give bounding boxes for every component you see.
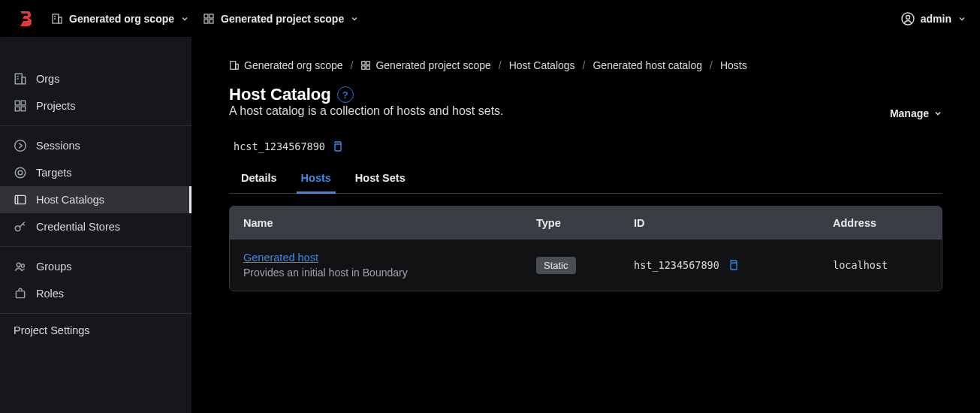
sidebar-item-groups[interactable]: Groups xyxy=(0,253,191,280)
sidebar-item-host-catalogs[interactable]: Host Catalogs xyxy=(0,186,191,213)
chevron-down-icon xyxy=(933,109,942,118)
org-icon xyxy=(229,60,240,71)
svg-rect-27 xyxy=(231,62,236,70)
catalog-id: hcst_1234567890 xyxy=(234,140,325,152)
svg-point-19 xyxy=(15,167,26,178)
sidebar-item-label: Projects xyxy=(36,100,75,112)
svg-rect-32 xyxy=(366,66,369,69)
org-icon xyxy=(14,72,27,86)
sidebar-item-label: Targets xyxy=(36,167,72,179)
svg-rect-14 xyxy=(15,101,20,105)
sidebar-item-targets[interactable]: Targets xyxy=(0,159,191,186)
svg-rect-31 xyxy=(362,66,365,69)
hosts-table: Name Type ID Address Generated host Prov… xyxy=(229,206,942,291)
project-settings-label: Project Settings xyxy=(14,324,90,336)
th-id: ID xyxy=(634,217,833,229)
host-address: localhost xyxy=(833,259,942,271)
project-scope-selector[interactable]: Generated project scope xyxy=(203,13,359,25)
breadcrumb: Generated org scope / Generated project … xyxy=(229,59,942,71)
svg-rect-16 xyxy=(15,107,20,111)
sidebar-item-projects[interactable]: Projects xyxy=(0,92,191,119)
svg-rect-30 xyxy=(366,62,369,65)
main-content: Generated org scope / Generated project … xyxy=(191,37,980,413)
th-type: Type xyxy=(536,217,634,229)
user-menu[interactable]: admin xyxy=(901,12,966,26)
org-scope-label: Generated org scope xyxy=(69,13,174,25)
chevron-down-icon xyxy=(957,14,966,23)
sidebar-item-credential-stores[interactable]: Credential Stores xyxy=(0,213,191,240)
svg-rect-21 xyxy=(15,195,26,203)
help-icon[interactable]: ? xyxy=(337,86,354,103)
chevron-down-icon xyxy=(180,14,189,23)
copy-icon[interactable] xyxy=(331,140,343,152)
breadcrumb-host-catalog[interactable]: Generated host catalog xyxy=(593,59,702,71)
breadcrumb-org[interactable]: Generated org scope xyxy=(229,59,343,71)
page-description: A host catalog is a collection of hosts … xyxy=(229,104,504,118)
manage-label: Manage xyxy=(890,107,929,119)
page-title: Host Catalog xyxy=(229,85,331,104)
groups-icon xyxy=(14,260,27,273)
topbar: Generated org scope Generated project sc… xyxy=(0,0,980,37)
project-icon xyxy=(360,60,371,71)
manage-button[interactable]: Manage xyxy=(890,107,942,119)
sidebar: Orgs Projects Sessions Targets xyxy=(0,37,191,413)
sidebar-item-label: Groups xyxy=(36,261,72,273)
sidebar-item-label: Host Catalogs xyxy=(36,194,104,206)
svg-rect-1 xyxy=(59,17,62,23)
sidebar-project-settings[interactable]: Project Settings xyxy=(0,314,191,347)
host-id: hst_1234567890 xyxy=(634,259,719,271)
svg-point-25 xyxy=(21,264,24,267)
catalog-id-row: hcst_1234567890 xyxy=(229,140,942,152)
table-header: Name Type ID Address xyxy=(230,206,942,240)
svg-rect-15 xyxy=(21,101,26,105)
app-logo[interactable] xyxy=(14,7,38,31)
sidebar-item-roles[interactable]: Roles xyxy=(0,280,191,307)
org-icon xyxy=(51,13,63,25)
th-address: Address xyxy=(833,217,942,229)
org-scope-selector[interactable]: Generated org scope xyxy=(51,13,189,25)
user-label: admin xyxy=(921,13,951,25)
project-icon xyxy=(203,13,215,25)
key-icon xyxy=(14,220,27,234)
table-row: Generated host Provides an initial host … xyxy=(230,240,942,291)
sidebar-item-orgs[interactable]: Orgs xyxy=(0,65,191,92)
project-icon xyxy=(14,99,27,113)
svg-rect-28 xyxy=(236,64,239,69)
svg-rect-11 xyxy=(22,77,26,84)
type-badge: Static xyxy=(536,257,576,274)
sidebar-item-sessions[interactable]: Sessions xyxy=(0,132,191,159)
svg-rect-7 xyxy=(210,20,213,23)
chevron-down-icon xyxy=(350,14,359,23)
tab-details[interactable]: Details xyxy=(240,166,279,193)
user-avatar-icon xyxy=(901,12,915,26)
sidebar-item-label: Roles xyxy=(36,288,64,300)
host-catalogs-icon xyxy=(14,193,27,206)
targets-icon xyxy=(14,166,27,179)
svg-rect-4 xyxy=(204,14,208,18)
sidebar-item-label: Sessions xyxy=(36,140,80,152)
roles-icon xyxy=(14,287,27,300)
breadcrumb-host-catalogs[interactable]: Host Catalogs xyxy=(509,59,575,71)
tab-host-sets[interactable]: Host Sets xyxy=(354,166,407,193)
svg-point-23 xyxy=(15,226,20,231)
host-name-link[interactable]: Generated host xyxy=(243,252,536,264)
svg-rect-29 xyxy=(362,62,365,65)
svg-rect-17 xyxy=(21,107,26,111)
svg-point-20 xyxy=(18,170,23,175)
breadcrumb-hosts[interactable]: Hosts xyxy=(720,59,747,71)
svg-point-24 xyxy=(17,263,20,267)
host-description: Provides an initial host in Boundary xyxy=(243,267,536,279)
copy-icon[interactable] xyxy=(727,259,739,271)
sidebar-item-label: Orgs xyxy=(36,73,59,85)
sessions-icon xyxy=(14,139,27,152)
svg-rect-6 xyxy=(204,20,208,23)
tabs: Details Hosts Host Sets xyxy=(229,166,942,194)
svg-rect-33 xyxy=(335,144,341,151)
breadcrumb-project[interactable]: Generated project scope xyxy=(360,59,490,71)
svg-rect-26 xyxy=(16,291,24,298)
tab-hosts[interactable]: Hosts xyxy=(300,166,333,193)
svg-point-9 xyxy=(906,15,909,19)
svg-rect-5 xyxy=(210,14,213,18)
th-name: Name xyxy=(243,217,536,229)
project-scope-label: Generated project scope xyxy=(221,13,344,25)
